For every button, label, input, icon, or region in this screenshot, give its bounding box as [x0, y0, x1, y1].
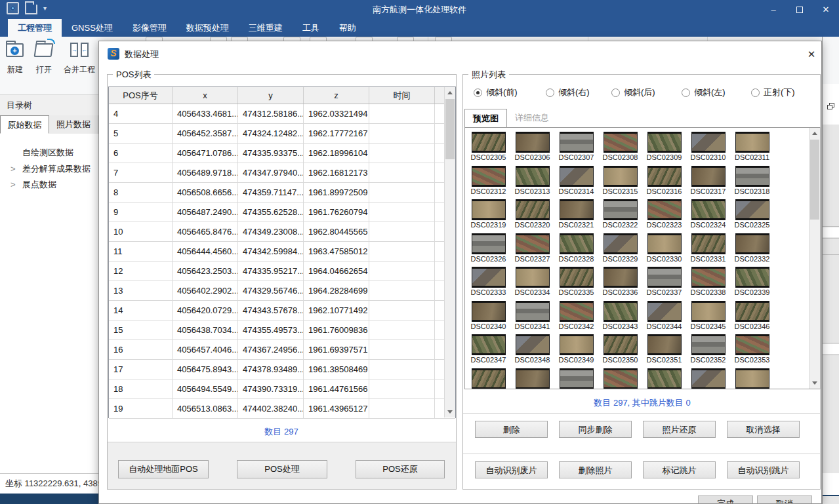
pos-restore-button[interactable]: POS还原	[356, 460, 445, 478]
tree-item-自绘测区数据[interactable]: 自绘测区数据	[0, 145, 98, 160]
pos-table-row[interactable]: 54056452.3587...474324.12482...1962.1777…	[109, 124, 455, 144]
photo-item[interactable]: DSC02332	[730, 231, 774, 265]
photo-item[interactable]: DSC02345	[686, 298, 730, 332]
chevron-right-icon[interactable]: >	[10, 162, 16, 176]
pos-column-header-POS序号[interactable]: POS序号	[109, 87, 173, 104]
restore-pane-icon[interactable]	[827, 103, 834, 109]
photo-item[interactable]: DSC02335	[554, 264, 598, 298]
photo-item[interactable]: DSC02316	[642, 163, 686, 197]
photo-grid-scrollbar[interactable]	[809, 128, 820, 389]
photo-button-自动识别废片[interactable]: 自动识别废片	[475, 461, 548, 478]
photo-item[interactable]: DSC02314	[554, 163, 598, 197]
photo-item[interactable]: DSC02338	[686, 264, 730, 298]
pos-table-row[interactable]: 94056487.2490...474355.62528...1961.7626…	[109, 203, 455, 222]
photo-button-删除照片[interactable]: 删除照片	[559, 461, 632, 478]
ribbon-tab-GNSS处理[interactable]: GNSS处理	[62, 19, 123, 37]
photo-button-照片还原[interactable]: 照片还原	[643, 421, 716, 438]
tree-item-差分解算成果数据[interactable]: >差分解算成果数据	[0, 162, 98, 176]
ribbon-tab-帮助[interactable]: 帮助	[329, 19, 366, 37]
photo-button-取消选择[interactable]: 取消选择	[727, 421, 800, 438]
pos-table-row[interactable]: 134056402.2902...474329.56746...1964.282…	[109, 281, 455, 301]
scroll-up-icon[interactable]	[809, 128, 820, 139]
scrollbar-thumb[interactable]	[445, 99, 455, 159]
scroll-up-icon[interactable]	[445, 87, 455, 98]
dialog-close-icon[interactable]: ✕	[802, 47, 821, 62]
photo-item-partial[interactable]	[598, 366, 642, 390]
pos-table-row[interactable]: 164056457.4046...474367.24956...1961.693…	[109, 340, 455, 360]
photo-item[interactable]: DSC02330	[642, 231, 686, 265]
sidebar-tab-原始数据[interactable]: 原始数据	[0, 115, 49, 134]
photo-button-同步删除[interactable]: 同步删除	[559, 421, 632, 438]
ribbon-tab-工程管理[interactable]: 工程管理	[8, 19, 62, 37]
photo-item[interactable]: DSC02311	[730, 129, 774, 163]
pos-table-row[interactable]: 44056433.4681...474312.58186...1962.0332…	[109, 104, 455, 124]
photo-item[interactable]: DSC02326	[466, 231, 510, 265]
finish-button[interactable]: 完成	[698, 495, 753, 504]
pos-table-row[interactable]: 184056494.5549...474390.73319...1961.447…	[109, 379, 455, 399]
photo-item[interactable]: DSC02353	[730, 332, 774, 366]
photo-item[interactable]: DSC02343	[598, 298, 642, 332]
photo-item[interactable]: DSC02347	[466, 332, 510, 366]
photo-item[interactable]: DSC02340	[466, 298, 510, 332]
photo-item[interactable]: DSC02309	[642, 129, 686, 163]
photo-tab-详细信息[interactable]: 详细信息	[507, 109, 557, 127]
photo-item[interactable]: DSC02308	[598, 129, 642, 163]
photo-item[interactable]: DSC02318	[730, 163, 774, 197]
pos-table-row[interactable]: 114056444.4560...474342.59984...1963.475…	[109, 242, 455, 262]
pos-process-button[interactable]: POS处理	[237, 460, 327, 478]
photo-item-partial[interactable]	[466, 366, 510, 390]
radio-正射(下)[interactable]: 正射(下)	[751, 87, 795, 98]
ribbon-tab-数据预处理[interactable]: 数据预处理	[176, 19, 239, 37]
ribbon-tab-三维重建[interactable]: 三维重建	[239, 19, 293, 37]
pos-column-header-时间[interactable]: 时间	[369, 87, 435, 104]
photo-item[interactable]: DSC02313	[510, 163, 554, 197]
photo-item[interactable]: DSC02312	[466, 163, 510, 197]
photo-item[interactable]: DSC02331	[686, 231, 730, 265]
new-project-button[interactable]: + 新建	[5, 41, 25, 75]
photo-item[interactable]: DSC02323	[642, 197, 686, 231]
photo-item[interactable]: DSC02329	[598, 231, 642, 265]
pos-table-row[interactable]: 124056423.2503...474335.95217...1964.046…	[109, 262, 455, 281]
photo-item[interactable]: DSC02327	[510, 231, 554, 265]
tree-item-展点数据[interactable]: >展点数据	[0, 178, 98, 192]
photo-item[interactable]: DSC02334	[510, 264, 554, 298]
pos-table-row[interactable]: 174056475.8943...474378.93489...1961.385…	[109, 360, 455, 379]
sidebar-tab-照片数据[interactable]: 照片数据	[49, 115, 98, 134]
photo-item[interactable]: DSC02320	[510, 197, 554, 231]
photo-item[interactable]: DSC02339	[730, 264, 774, 298]
photo-item[interactable]: DSC02307	[554, 129, 598, 163]
photo-item[interactable]: DSC02349	[554, 332, 598, 366]
photo-item[interactable]: DSC02324	[686, 197, 730, 231]
photo-item-partial[interactable]	[686, 366, 730, 390]
photo-item[interactable]: DSC02333	[466, 264, 510, 298]
photo-button-自动识别跳片[interactable]: 自动识别跳片	[727, 461, 800, 478]
photo-item-partial[interactable]	[510, 366, 554, 390]
radio-倾斜(后)[interactable]: 倾斜(后)	[611, 87, 655, 98]
maximize-button[interactable]	[787, 0, 813, 19]
pos-column-header-y[interactable]: y	[238, 87, 304, 104]
photo-item[interactable]: DSC02321	[554, 197, 598, 231]
pos-table-row[interactable]: 104056465.8476...474349.23008...1962.804…	[109, 222, 455, 242]
photo-item[interactable]: DSC02344	[642, 298, 686, 332]
photo-item[interactable]: DSC02305	[466, 129, 510, 163]
merge-project-button[interactable]: →← 合并工程	[64, 41, 95, 75]
pos-column-header-z[interactable]: z	[304, 87, 369, 104]
pos-column-header-x[interactable]: x	[173, 87, 238, 104]
radio-倾斜(前)[interactable]: 倾斜(前)	[474, 87, 518, 98]
photo-item[interactable]: DSC02351	[642, 332, 686, 366]
cancel-button[interactable]: 取消	[757, 495, 812, 504]
ribbon-tab-工具[interactable]: 工具	[293, 19, 329, 37]
radio-倾斜(右)[interactable]: 倾斜(右)	[546, 87, 590, 98]
photo-item-partial[interactable]	[642, 366, 686, 390]
photo-item[interactable]: DSC02319	[466, 197, 510, 231]
open-project-button[interactable]: 打开	[34, 41, 54, 75]
pos-table-row[interactable]: 74056489.9718...474347.97940...1962.1681…	[109, 163, 455, 183]
minimize-button[interactable]: –	[760, 0, 787, 19]
photo-item[interactable]: DSC02325	[730, 197, 774, 231]
photo-item[interactable]: DSC02310	[686, 129, 730, 163]
scroll-down-icon[interactable]	[809, 378, 820, 389]
photo-item[interactable]: DSC02348	[510, 332, 554, 366]
pos-table-row[interactable]: 64056471.0786...474335.93375...1962.1899…	[109, 144, 455, 163]
photo-button-删除[interactable]: 删除	[475, 421, 548, 438]
ribbon-tab-影像管理[interactable]: 影像管理	[123, 19, 176, 37]
